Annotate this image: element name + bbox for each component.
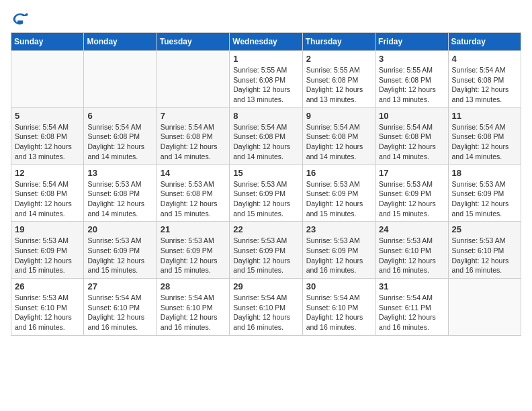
- calendar-day-cell: 21Sunrise: 5:53 AM Sunset: 6:09 PM Dayli…: [157, 222, 229, 279]
- day-number: 6: [87, 111, 152, 121]
- calendar-day-cell: 15Sunrise: 5:53 AM Sunset: 6:09 PM Dayli…: [230, 165, 302, 222]
- calendar-week-row: 26Sunrise: 5:53 AM Sunset: 6:10 PM Dayli…: [11, 279, 521, 336]
- day-number: 31: [379, 281, 444, 291]
- day-info: Sunrise: 5:53 AM Sunset: 6:08 PM Dayligh…: [161, 179, 226, 219]
- day-info: Sunrise: 5:54 AM Sunset: 6:10 PM Dayligh…: [233, 293, 298, 332]
- day-number: 30: [306, 281, 371, 291]
- day-number: 25: [452, 224, 517, 234]
- calendar-week-row: 5Sunrise: 5:54 AM Sunset: 6:08 PM Daylig…: [11, 107, 521, 165]
- calendar-week-row: 12Sunrise: 5:54 AM Sunset: 6:08 PM Dayli…: [11, 165, 521, 222]
- calendar-table: SundayMondayTuesdayWednesdayThursdayFrid…: [11, 32, 521, 336]
- calendar-day-cell: [448, 279, 521, 336]
- calendar-day-cell: 27Sunrise: 5:54 AM Sunset: 6:10 PM Dayli…: [84, 279, 157, 336]
- day-of-week-header: Saturday: [448, 33, 521, 51]
- calendar-day-cell: 14Sunrise: 5:53 AM Sunset: 6:08 PM Dayli…: [157, 165, 229, 222]
- day-info: Sunrise: 5:55 AM Sunset: 6:08 PM Dayligh…: [379, 65, 444, 105]
- calendar-day-cell: 5Sunrise: 5:54 AM Sunset: 6:08 PM Daylig…: [11, 107, 84, 165]
- day-info: Sunrise: 5:54 AM Sunset: 6:08 PM Dayligh…: [233, 122, 298, 162]
- day-of-week-header: Sunday: [11, 33, 84, 51]
- calendar-day-cell: 6Sunrise: 5:54 AM Sunset: 6:08 PM Daylig…: [84, 107, 157, 165]
- day-info: Sunrise: 5:55 AM Sunset: 6:08 PM Dayligh…: [233, 65, 298, 105]
- day-number: 26: [15, 281, 80, 291]
- calendar-day-cell: 22Sunrise: 5:53 AM Sunset: 6:09 PM Dayli…: [230, 222, 302, 279]
- day-info: Sunrise: 5:53 AM Sunset: 6:09 PM Dayligh…: [306, 236, 371, 275]
- calendar-day-cell: 19Sunrise: 5:53 AM Sunset: 6:09 PM Dayli…: [11, 222, 84, 279]
- calendar-day-cell: 30Sunrise: 5:54 AM Sunset: 6:10 PM Dayli…: [302, 279, 375, 336]
- calendar-day-cell: 16Sunrise: 5:53 AM Sunset: 6:09 PM Dayli…: [302, 165, 375, 222]
- day-number: 12: [15, 168, 80, 178]
- calendar-day-cell: 17Sunrise: 5:53 AM Sunset: 6:09 PM Dayli…: [375, 165, 448, 222]
- day-number: 15: [233, 168, 298, 178]
- calendar-day-cell: 9Sunrise: 5:54 AM Sunset: 6:08 PM Daylig…: [302, 107, 375, 165]
- day-info: Sunrise: 5:53 AM Sunset: 6:10 PM Dayligh…: [15, 293, 80, 332]
- day-info: Sunrise: 5:53 AM Sunset: 6:09 PM Dayligh…: [379, 179, 444, 219]
- calendar-week-row: 1Sunrise: 5:55 AM Sunset: 6:08 PM Daylig…: [11, 51, 521, 108]
- day-of-week-header: Wednesday: [230, 33, 302, 51]
- day-number: 16: [306, 168, 371, 178]
- day-number: 27: [87, 281, 152, 291]
- calendar-day-cell: 2Sunrise: 5:55 AM Sunset: 6:08 PM Daylig…: [302, 51, 375, 108]
- day-of-week-header: Friday: [375, 33, 448, 51]
- day-info: Sunrise: 5:54 AM Sunset: 6:10 PM Dayligh…: [87, 293, 152, 332]
- day-info: Sunrise: 5:54 AM Sunset: 6:08 PM Dayligh…: [306, 122, 371, 162]
- calendar-day-cell: 11Sunrise: 5:54 AM Sunset: 6:08 PM Dayli…: [448, 107, 521, 165]
- calendar-day-cell: 25Sunrise: 5:53 AM Sunset: 6:10 PM Dayli…: [448, 222, 521, 279]
- day-info: Sunrise: 5:53 AM Sunset: 6:09 PM Dayligh…: [161, 236, 226, 275]
- day-number: 11: [452, 111, 517, 121]
- calendar-day-cell: 12Sunrise: 5:54 AM Sunset: 6:08 PM Dayli…: [11, 165, 84, 222]
- day-info: Sunrise: 5:53 AM Sunset: 6:09 PM Dayligh…: [87, 236, 152, 275]
- calendar-day-cell: 31Sunrise: 5:54 AM Sunset: 6:11 PM Dayli…: [375, 279, 448, 336]
- logo: [11, 11, 28, 27]
- calendar-day-cell: 10Sunrise: 5:54 AM Sunset: 6:08 PM Dayli…: [375, 107, 448, 165]
- calendar-day-cell: 7Sunrise: 5:54 AM Sunset: 6:08 PM Daylig…: [157, 107, 229, 165]
- day-info: Sunrise: 5:54 AM Sunset: 6:08 PM Dayligh…: [15, 179, 80, 219]
- day-info: Sunrise: 5:54 AM Sunset: 6:08 PM Dayligh…: [452, 122, 517, 162]
- day-info: Sunrise: 5:53 AM Sunset: 6:09 PM Dayligh…: [15, 236, 80, 275]
- calendar-day-cell: 26Sunrise: 5:53 AM Sunset: 6:10 PM Dayli…: [11, 279, 84, 336]
- calendar-day-cell: 3Sunrise: 5:55 AM Sunset: 6:08 PM Daylig…: [375, 51, 448, 108]
- page-header: [11, 11, 521, 27]
- day-info: Sunrise: 5:54 AM Sunset: 6:10 PM Dayligh…: [306, 293, 371, 332]
- calendar-day-cell: 24Sunrise: 5:53 AM Sunset: 6:10 PM Dayli…: [375, 222, 448, 279]
- day-of-week-header: Thursday: [302, 33, 375, 51]
- day-number: 18: [452, 168, 517, 178]
- calendar-day-cell: 28Sunrise: 5:54 AM Sunset: 6:10 PM Dayli…: [157, 279, 229, 336]
- day-number: 13: [87, 168, 152, 178]
- calendar-week-row: 19Sunrise: 5:53 AM Sunset: 6:09 PM Dayli…: [11, 222, 521, 279]
- calendar-header-row: SundayMondayTuesdayWednesdayThursdayFrid…: [11, 33, 521, 51]
- day-number: 9: [306, 111, 371, 121]
- day-number: 8: [233, 111, 298, 121]
- day-info: Sunrise: 5:54 AM Sunset: 6:11 PM Dayligh…: [379, 293, 444, 332]
- calendar-day-cell: 23Sunrise: 5:53 AM Sunset: 6:09 PM Dayli…: [302, 222, 375, 279]
- day-info: Sunrise: 5:54 AM Sunset: 6:10 PM Dayligh…: [161, 293, 226, 332]
- day-number: 23: [306, 224, 371, 234]
- day-number: 19: [15, 224, 80, 234]
- day-of-week-header: Tuesday: [157, 33, 229, 51]
- day-info: Sunrise: 5:54 AM Sunset: 6:08 PM Dayligh…: [379, 122, 444, 162]
- day-number: 29: [233, 281, 298, 291]
- day-info: Sunrise: 5:53 AM Sunset: 6:10 PM Dayligh…: [452, 236, 517, 275]
- calendar-day-cell: 20Sunrise: 5:53 AM Sunset: 6:09 PM Dayli…: [84, 222, 157, 279]
- calendar-day-cell: [11, 51, 84, 108]
- day-number: 28: [161, 281, 226, 291]
- day-info: Sunrise: 5:53 AM Sunset: 6:08 PM Dayligh…: [87, 179, 152, 219]
- day-info: Sunrise: 5:54 AM Sunset: 6:08 PM Dayligh…: [452, 65, 517, 105]
- calendar-day-cell: [84, 51, 157, 108]
- day-of-week-header: Monday: [84, 33, 157, 51]
- day-info: Sunrise: 5:54 AM Sunset: 6:08 PM Dayligh…: [15, 122, 80, 162]
- day-info: Sunrise: 5:53 AM Sunset: 6:09 PM Dayligh…: [306, 179, 371, 219]
- day-number: 14: [161, 168, 226, 178]
- day-info: Sunrise: 5:54 AM Sunset: 6:08 PM Dayligh…: [161, 122, 226, 162]
- calendar-day-cell: [157, 51, 229, 108]
- day-number: 21: [161, 224, 226, 234]
- calendar-day-cell: 1Sunrise: 5:55 AM Sunset: 6:08 PM Daylig…: [230, 51, 302, 108]
- day-number: 1: [233, 54, 298, 64]
- day-info: Sunrise: 5:53 AM Sunset: 6:09 PM Dayligh…: [233, 236, 298, 275]
- day-number: 22: [233, 224, 298, 234]
- day-info: Sunrise: 5:53 AM Sunset: 6:10 PM Dayligh…: [379, 236, 444, 275]
- day-number: 4: [452, 54, 517, 64]
- day-number: 24: [379, 224, 444, 234]
- calendar-day-cell: 13Sunrise: 5:53 AM Sunset: 6:08 PM Dayli…: [84, 165, 157, 222]
- day-number: 17: [379, 168, 444, 178]
- calendar-day-cell: 29Sunrise: 5:54 AM Sunset: 6:10 PM Dayli…: [230, 279, 302, 336]
